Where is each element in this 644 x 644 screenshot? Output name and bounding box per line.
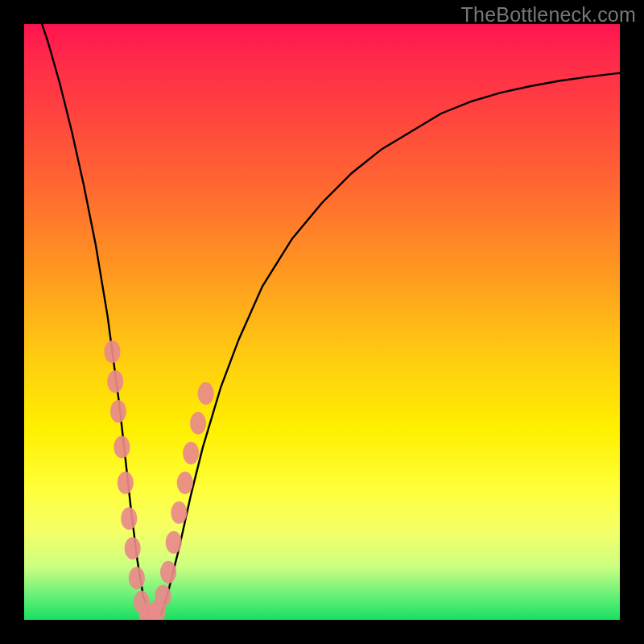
bottleneck-curve-path [24, 24, 620, 620]
chart-svg [24, 24, 620, 620]
highlighted-markers [105, 341, 214, 620]
marker-dot [166, 531, 182, 554]
marker-dot [107, 370, 123, 393]
marker-dot [121, 507, 137, 530]
marker-dot [177, 472, 193, 494]
marker-dot [183, 442, 199, 464]
marker-dot [125, 537, 141, 559]
marker-dot [114, 436, 130, 458]
marker-dot [118, 472, 134, 494]
marker-dot [129, 567, 145, 589]
marker-dot [160, 561, 176, 584]
marker-dot [171, 502, 187, 524]
marker-dot [105, 341, 121, 363]
chart-frame: TheBottleneck.com [0, 0, 644, 644]
marker-dot [190, 412, 206, 435]
watermark-text: TheBottleneck.com [461, 3, 636, 27]
plot-area [24, 24, 620, 620]
marker-dot [155, 584, 171, 607]
marker-dot [198, 382, 214, 405]
marker-dot [110, 400, 126, 423]
